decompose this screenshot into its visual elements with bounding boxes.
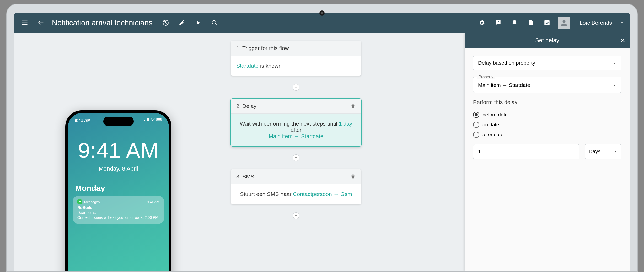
card-title: 2. Delay xyxy=(236,103,256,109)
signal-icon xyxy=(144,118,149,121)
flow-card-sms[interactable]: 3. SMS Stuurt een SMS naar Contactpersoo… xyxy=(231,169,361,204)
flow-card-delay[interactable]: 2. Delay Wait with performing the next s… xyxy=(231,99,361,146)
messages-app-icon xyxy=(77,199,82,204)
delete-step-button[interactable] xyxy=(350,103,356,109)
history-button[interactable] xyxy=(160,18,171,28)
perform-delay-label: Perform this delay xyxy=(473,99,621,105)
radio-group-timing: before date on date after date xyxy=(473,112,621,138)
chevron-down-icon xyxy=(612,83,616,88)
trigger-text: is known xyxy=(259,63,282,69)
delay-text-prefix: Wait with performing the next steps unti… xyxy=(240,121,339,127)
card-body: Startdate is known xyxy=(231,56,361,76)
card-header: 2. Delay xyxy=(231,99,361,114)
svg-rect-18 xyxy=(162,119,162,120)
flow-card-trigger[interactable]: 1. Trigger for this flow Startdate is kn… xyxy=(231,41,361,76)
delay-amount-value: 1 xyxy=(478,149,481,154)
delay-type-value: Delay based on property xyxy=(478,60,535,66)
add-step-button[interactable]: + xyxy=(293,154,299,161)
radio-dot-icon xyxy=(473,122,479,128)
phone-lock-date: Monday, 8 April xyxy=(68,165,169,172)
back-button[interactable] xyxy=(36,18,46,28)
laptop-camera xyxy=(319,10,325,16)
svg-point-5 xyxy=(212,20,216,24)
chevron-down-icon xyxy=(612,61,616,65)
clipboard-button[interactable] xyxy=(525,18,536,28)
play-button[interactable] xyxy=(193,18,203,28)
page-title: Notification arrival technicians xyxy=(52,19,153,27)
settings-button[interactable] xyxy=(477,18,487,28)
trigger-property: Startdate xyxy=(236,63,259,69)
svg-point-15 xyxy=(152,120,153,121)
phone-preview: 9:41 AM 9:41 AM Monday, 8 April Monday xyxy=(65,110,171,271)
connector: + xyxy=(231,204,361,227)
notification-time: 9:41 AM xyxy=(147,200,159,204)
card-title: 1. Trigger for this flow xyxy=(236,45,289,51)
card-body: Stuurt een SMS naar Contactpersoon → Gsm xyxy=(231,184,361,204)
add-step-button[interactable]: + xyxy=(293,84,299,91)
delay-amount-input[interactable]: 1 xyxy=(473,144,579,159)
delay-unit-select[interactable]: Days xyxy=(585,144,621,159)
svg-rect-17 xyxy=(157,118,161,120)
panel-close-button[interactable] xyxy=(620,37,626,43)
connector: + xyxy=(231,76,361,99)
wifi-icon xyxy=(151,118,155,121)
notification-app-name: Messages xyxy=(84,200,100,204)
menu-button[interactable] xyxy=(19,18,30,28)
card-body: Wait with performing the next steps unti… xyxy=(231,114,361,146)
card-header: 1. Trigger for this flow xyxy=(231,41,361,56)
phone-day-header: Monday xyxy=(75,184,105,193)
radio-dot-icon xyxy=(473,112,479,118)
svg-rect-14 xyxy=(148,118,149,121)
phone-lock-time: 9:41 AM xyxy=(68,138,169,163)
radio-label: on date xyxy=(482,122,499,128)
svg-rect-13 xyxy=(147,118,148,121)
radio-label: after date xyxy=(482,132,503,138)
phone-status-icons xyxy=(144,118,163,121)
svg-rect-12 xyxy=(146,119,146,121)
add-step-button[interactable]: + xyxy=(293,212,299,219)
radio-before-date[interactable]: before date xyxy=(473,112,621,118)
phone-island xyxy=(103,117,134,126)
card-title: 3. SMS xyxy=(236,173,254,180)
svg-line-6 xyxy=(215,24,217,25)
avatar[interactable] xyxy=(558,17,570,29)
delete-step-button[interactable] xyxy=(350,174,356,179)
panel-title: Set delay xyxy=(535,37,559,44)
notification-line2: Our technicians will visit you tomorrow … xyxy=(77,215,159,220)
edit-button[interactable] xyxy=(177,18,187,28)
phone-status-time: 9:41 AM xyxy=(75,118,91,123)
tasks-button[interactable] xyxy=(542,18,552,28)
delay-property: Main item → Startdate xyxy=(269,133,324,139)
chevron-down-icon xyxy=(614,150,618,154)
sms-recipient: Contactpersoon → Gsm xyxy=(293,191,352,197)
svg-marker-4 xyxy=(197,21,200,25)
help-button[interactable]: ? xyxy=(493,18,503,28)
svg-text:?: ? xyxy=(497,20,499,24)
property-label: Property xyxy=(477,74,495,79)
user-name: Loïc Berends xyxy=(579,20,612,26)
card-header: 3. SMS xyxy=(231,169,361,184)
laptop-frame: Notification arrival technicians ? xyxy=(6,4,638,272)
app-screen: Notification arrival technicians ? xyxy=(14,13,630,271)
radio-on-date[interactable]: on date xyxy=(473,122,621,128)
notification-line1: Dear Louis, xyxy=(77,210,96,215)
notification-sender: RoBuild xyxy=(77,205,159,210)
connector: + xyxy=(231,146,361,169)
property-select[interactable]: Property Main item → Startdate xyxy=(473,77,621,93)
radio-dot-icon xyxy=(473,132,479,138)
notifications-button[interactable] xyxy=(509,18,520,28)
user-menu-chevron[interactable] xyxy=(619,18,625,28)
svg-marker-10 xyxy=(621,22,623,23)
flow-canvas[interactable]: 9:41 AM 9:41 AM Monday, 8 April Monday xyxy=(14,33,465,271)
sms-text-prefix: Stuurt een SMS naar xyxy=(240,191,293,197)
delay-type-select[interactable]: Delay based on property xyxy=(473,56,621,70)
radio-after-date[interactable]: after date xyxy=(473,132,621,138)
search-button[interactable] xyxy=(209,18,220,28)
svg-marker-22 xyxy=(613,85,615,86)
battery-icon xyxy=(156,118,163,121)
svg-rect-11 xyxy=(144,120,145,121)
panel-header: Set delay xyxy=(465,33,630,48)
phone-notification: Messages 9:41 AM RoBuild Dear Louis, Our… xyxy=(73,196,164,224)
svg-rect-8 xyxy=(545,20,550,25)
delay-amount: 1 day xyxy=(339,121,352,127)
